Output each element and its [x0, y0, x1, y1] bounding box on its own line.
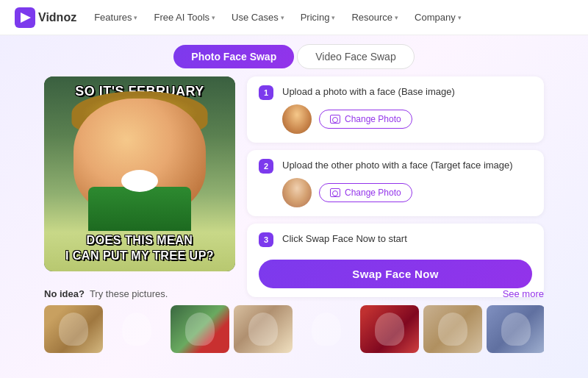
chevron-down-icon: ▾	[395, 14, 398, 21]
chevron-down-icon: ▾	[281, 14, 284, 21]
gallery-thumb-7[interactable]	[423, 305, 482, 353]
step-3-number: 3	[259, 232, 273, 247]
step-2-action-row: Change Photo	[282, 178, 532, 207]
nav-free-ai-tools[interactable]: Free AI Tools ▾	[148, 9, 221, 26]
step-3-label: Click Swap Face Now to start	[282, 232, 407, 246]
meme-costume	[88, 187, 191, 231]
tab-photo-face-swap[interactable]: Photo Face Swap	[173, 45, 294, 68]
step-2-avatar	[282, 178, 312, 207]
gallery-hint-text: Try these pictures.	[90, 288, 168, 299]
step-2-label: Upload the other photo with a face (Targ…	[282, 159, 532, 172]
gallery-thumb-1[interactable]	[44, 305, 103, 353]
step-2-card: 2 Upload the other photo with a face (Ta…	[247, 150, 544, 216]
tab-video-face-swap[interactable]: Video Face Swap	[297, 44, 414, 69]
change-photo-button-2[interactable]: Change Photo	[319, 183, 412, 202]
gallery-thumb-5[interactable]	[297, 305, 356, 353]
nav-pricing[interactable]: Pricing ▾	[295, 9, 342, 26]
step-1-number: 1	[259, 85, 273, 100]
nav-use-cases[interactable]: Use Cases ▾	[226, 9, 290, 26]
chevron-down-icon: ▾	[331, 14, 335, 21]
photo-icon	[330, 115, 340, 124]
gallery-thumb-6[interactable]	[360, 305, 419, 353]
chevron-down-icon: ▾	[134, 14, 137, 21]
step-1-card: 1 Upload a photo with a face (Base image…	[247, 76, 544, 143]
step-3-top: 3 Click Swap Face Now to start	[259, 232, 532, 252]
meme-text-bottom: DOES THIS MEANI CAN PUT MY TREE UP?	[44, 233, 235, 264]
brand-logo[interactable]: Vidnoz	[15, 7, 76, 28]
meme-collar	[121, 170, 158, 192]
navbar: Vidnoz Features ▾ Free AI Tools ▾ Use Ca…	[0, 0, 588, 35]
step-1-label: Upload a photo with a face (Base image)	[282, 85, 532, 99]
logo-icon	[15, 7, 35, 28]
step-2-content: Upload the other photo with a face (Targ…	[282, 159, 532, 207]
brand-name: Vidnoz	[38, 11, 76, 24]
see-more-link[interactable]: See more	[503, 288, 544, 299]
gallery-thumb-4[interactable]	[234, 305, 293, 353]
nav-features[interactable]: Features ▾	[88, 9, 143, 26]
swap-face-now-button[interactable]: Swap Face Now	[259, 260, 532, 288]
photo-icon	[330, 188, 340, 197]
tabs-row: Photo Face Swap Video Face Swap	[0, 35, 588, 76]
gallery-thumb-8[interactable]	[487, 305, 544, 353]
meme-image: SO IT'S FEBRUARY DOES THIS MEANI CAN PUT…	[44, 76, 235, 271]
gallery-strip	[44, 305, 544, 353]
chevron-down-icon: ▾	[212, 14, 215, 21]
gallery-hint: No idea? Try these pictures.	[44, 288, 168, 299]
step-1-avatar	[282, 104, 312, 134]
step-1-content: Upload a photo with a face (Base image) …	[282, 85, 532, 134]
nav-company[interactable]: Company ▾	[409, 9, 467, 26]
change-photo-button-1[interactable]: Change Photo	[319, 110, 412, 129]
step-2-number: 2	[259, 159, 273, 174]
gallery-thumb-2[interactable]	[107, 305, 166, 353]
main-content: SO IT'S FEBRUARY DOES THIS MEANI CAN PUT…	[0, 76, 588, 282]
step-3-card: 3 Click Swap Face Now to start Swap Face…	[247, 224, 544, 296]
step-1-action-row: Change Photo	[282, 104, 532, 134]
gallery-thumb-3[interactable]	[171, 305, 229, 353]
nav-resource[interactable]: Resource ▾	[345, 9, 404, 26]
gallery-hint-prefix: No idea?	[44, 288, 85, 299]
steps-panel: 1 Upload a photo with a face (Base image…	[247, 76, 544, 282]
chevron-down-icon: ▾	[458, 14, 462, 21]
